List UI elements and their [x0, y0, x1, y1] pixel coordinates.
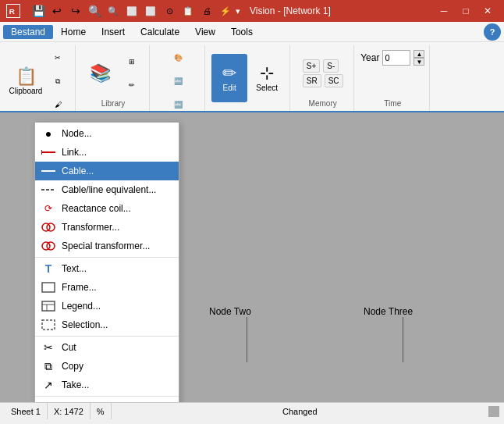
- clipboard-paste-btn[interactable]: 📋 Clipboard: [8, 57, 44, 105]
- ctx-cable-label: Cable...: [62, 166, 94, 176]
- menu-home[interactable]: Home: [53, 25, 94, 39]
- ctx-reactance-label: Reactance coil...: [62, 203, 131, 214]
- menu-view[interactable]: View: [187, 25, 223, 39]
- separator-1: [35, 257, 179, 258]
- ribbon-group-edit-select: ✏ Edit ⊹ Select: [207, 45, 290, 111]
- ctx-copy-label: Copy: [62, 361, 83, 372]
- cut-btn[interactable]: ✂: [45, 47, 70, 69]
- sr-btn[interactable]: SR: [303, 74, 321, 87]
- year-spinners: ▲ ▼: [413, 50, 424, 66]
- ctx-node[interactable]: ● Node...: [35, 124, 179, 143]
- copy-btn[interactable]: ⧉: [45, 70, 70, 92]
- text-icon: T: [41, 262, 55, 276]
- ctx-text[interactable]: T Text...: [35, 259, 179, 278]
- node-icon: ●: [41, 126, 55, 141]
- nav-btn4[interactable]: 📋: [179, 2, 197, 20]
- edit-icon: ✏: [222, 65, 236, 82]
- node-two-line: [247, 317, 247, 362]
- ctx-cable[interactable]: Cable...: [35, 162, 179, 180]
- scale-icon: [41, 401, 55, 402]
- nav-btn6[interactable]: ⚡: [217, 2, 234, 20]
- library-btn[interactable]: 📚: [82, 49, 118, 98]
- ctx-selection-label: Selection...: [62, 319, 108, 330]
- year-down-btn[interactable]: ▼: [413, 58, 424, 66]
- frame-icon: [41, 280, 55, 294]
- lib-btn2[interactable]: ✏: [119, 74, 144, 96]
- ctx-special-transformer[interactable]: Special transformer...: [35, 237, 179, 255]
- ctx-cut[interactable]: ✂ Cut: [35, 338, 179, 357]
- ctx-node-label: Node...: [62, 128, 92, 139]
- ribbon-group-memory: S+ S- SR SC Memory: [292, 45, 354, 111]
- ctx-selection[interactable]: Selection...: [35, 315, 179, 334]
- separator-3: [35, 396, 179, 397]
- zoom-in-quick-btn[interactable]: 🔍: [86, 2, 103, 20]
- edit-btn[interactable]: ✏ Edit: [211, 54, 247, 102]
- help-button[interactable]: ?: [484, 23, 501, 41]
- lib-btn1[interactable]: ⊞: [119, 51, 144, 73]
- year-input[interactable]: [382, 50, 410, 66]
- nav-btn1[interactable]: ⬜: [123, 2, 140, 20]
- select-btn[interactable]: ⊹ Select: [249, 54, 285, 102]
- take-icon: ↗: [41, 378, 55, 392]
- nav-btn2[interactable]: ⬜: [142, 2, 159, 20]
- coordinates-label: X: 1472: [54, 407, 83, 416]
- svg-rect-14: [42, 320, 55, 330]
- close-btn[interactable]: ✕: [477, 3, 498, 19]
- sp-btn[interactable]: S+: [303, 59, 321, 73]
- select-icon: ⊹: [260, 65, 274, 82]
- time-label: Time: [384, 99, 401, 109]
- sc-btn[interactable]: SC: [325, 74, 343, 87]
- menu-tools[interactable]: Tools: [223, 25, 261, 39]
- copy-icon: ⧉: [41, 359, 55, 373]
- ctx-cable-line-label: Cable/line equivalent...: [62, 184, 156, 195]
- ribbon-group-presentation: 🎨 🔤 🔤 Presentation: [151, 45, 205, 111]
- pres-btn1[interactable]: 🎨: [165, 47, 190, 69]
- node-two-label: Node Two: [209, 306, 251, 317]
- save-quick-btn[interactable]: 💾: [30, 2, 47, 20]
- sm-btn[interactable]: S-: [323, 59, 339, 73]
- node-three-line: [403, 317, 403, 362]
- title-bar: R 💾 ↩ ↪ 🔍 🔍 ⬜ ⬜ ⊙ 📋 🖨 ⚡ ▾ Vision - [Netw…: [0, 0, 504, 22]
- context-menu: ● Node... Link... Cable... Cable/line eq…: [34, 122, 179, 402]
- changed-status: Changed: [112, 407, 488, 416]
- ctx-legend-label: Legend...: [62, 301, 101, 312]
- ctx-frame[interactable]: Frame...: [35, 278, 179, 297]
- cable-line-icon: [41, 183, 55, 197]
- ctx-cable-line[interactable]: Cable/line equivalent...: [35, 180, 179, 199]
- ctx-link[interactable]: Link...: [35, 143, 179, 162]
- nav-btn5[interactable]: 🖨: [198, 2, 215, 20]
- ctx-legend[interactable]: Legend...: [35, 297, 179, 315]
- ctx-copy[interactable]: ⧉ Copy: [35, 357, 179, 376]
- ctx-transformer[interactable]: Transformer...: [35, 218, 179, 237]
- ribbon-group-time: Year ▲ ▼ Time: [356, 45, 430, 111]
- special-transformer-icon: [41, 239, 55, 253]
- ribbon: 📋 Clipboard ✂ ⧉ 🖌 Clipboard 📚 ⊞ ✏ Librar…: [0, 42, 504, 112]
- window-title: Vision - [Network 1]: [250, 5, 331, 16]
- ctx-reactance[interactable]: ⟳ Reactance coil...: [35, 199, 179, 218]
- svg-point-7: [47, 223, 55, 231]
- status-bar: Sheet 1 X: 1472 % Changed: [0, 402, 504, 419]
- menu-insert[interactable]: Insert: [94, 25, 133, 39]
- minimize-btn[interactable]: ─: [434, 3, 454, 19]
- cut-icon: ✂: [41, 340, 55, 355]
- ribbon-group-library: 📚 ⊞ ✏ Library: [77, 45, 150, 111]
- year-up-btn[interactable]: ▲: [413, 50, 424, 58]
- year-label: Year: [360, 52, 379, 63]
- maximize-btn[interactable]: □: [456, 3, 476, 19]
- canvas-area[interactable]: Node Two Node Three ● Node... Link... Ca…: [0, 112, 504, 402]
- nav-btn3[interactable]: ⊙: [161, 2, 178, 20]
- quick-access-toolbar: 💾 ↩ ↪ 🔍 🔍 ⬜ ⬜ ⊙ 📋 🖨 ⚡ ▾: [25, 1, 245, 21]
- redo-quick-btn[interactable]: ↪: [67, 2, 84, 20]
- svg-text:R: R: [9, 7, 15, 16]
- app-logo: R: [6, 4, 20, 18]
- undo-quick-btn[interactable]: ↩: [48, 2, 66, 20]
- menu-calculate[interactable]: Calculate: [133, 25, 187, 39]
- library-icon: 📚: [90, 65, 111, 82]
- menu-bar: Bestand Home Insert Calculate View Tools…: [0, 22, 504, 42]
- ctx-frame-label: Frame...: [62, 282, 97, 293]
- zoom-out-quick-btn[interactable]: 🔍: [105, 2, 122, 20]
- pres-btn2[interactable]: 🔤: [165, 70, 190, 92]
- menu-bestand[interactable]: Bestand: [3, 25, 53, 39]
- ctx-take[interactable]: ↗ Take...: [35, 376, 179, 394]
- ctx-scale[interactable]: Scale...: [35, 398, 179, 402]
